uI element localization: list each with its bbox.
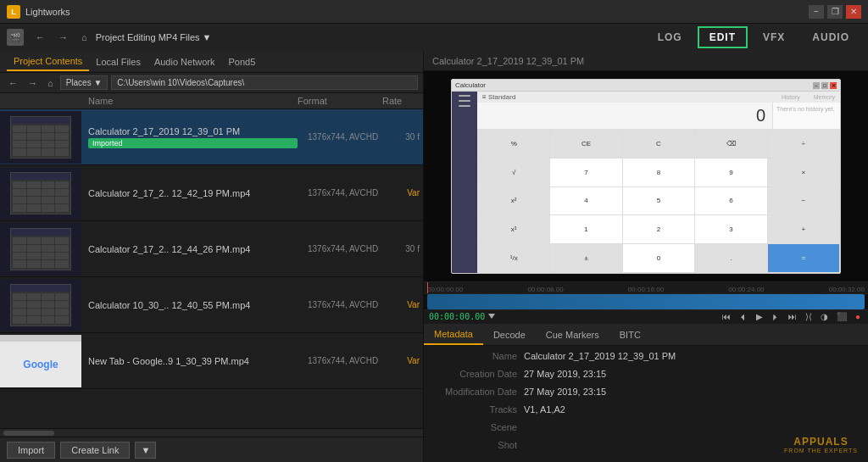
preview-title: Calculator 2_17_2019 12_39_01 PM: [424, 51, 868, 71]
watermark-line2: FROM THE EXPERTS: [784, 448, 858, 454]
tab-cue-markers[interactable]: Cue Markers: [536, 324, 609, 345]
path-bar[interactable]: C:\Users\win 10\Videos\Captures\: [111, 75, 418, 90]
places-dropdown[interactable]: Places ▼: [60, 75, 108, 90]
calc-key-sq[interactable]: x²: [478, 187, 549, 215]
calc-key-8[interactable]: 8: [623, 159, 694, 186]
calc-memory-label: Memory: [814, 94, 835, 100]
calc-key-7[interactable]: 7: [550, 159, 621, 186]
browser-back-button[interactable]: ←: [5, 76, 21, 90]
calc-key-negate[interactable]: ±: [550, 244, 621, 272]
calc-key-1[interactable]: 1: [550, 215, 621, 243]
list-item[interactable]: Calculator 2_17_2.. 12_44_26 PM.mp4 1376…: [0, 221, 423, 277]
tl-stop[interactable]: ⬛: [834, 311, 849, 322]
tab-local-files[interactable]: Local Files: [89, 53, 147, 70]
tl-skip-start[interactable]: ⏮: [720, 311, 733, 322]
calc-key-reciprocal[interactable]: ¹/x: [478, 244, 549, 272]
back-button[interactable]: ←: [31, 29, 50, 46]
home-button[interactable]: ⌂: [76, 29, 92, 46]
tl-skip-end[interactable]: ⏭: [786, 311, 799, 322]
horizontal-scrollbar[interactable]: [0, 428, 423, 437]
file-name: Calculator 2_17_2.. 12_44_26 PM.mp4: [88, 244, 298, 254]
tab-audio[interactable]: AUDIO: [800, 26, 861, 48]
calc-key-ce[interactable]: CE: [550, 130, 621, 158]
scrollbar-thumb[interactable]: [3, 431, 54, 436]
nav-bar: 🎬 ← → ⌂ Project Editing MP4 Files ▼ LOG …: [0, 24, 868, 51]
calc-key-percent[interactable]: %: [478, 130, 549, 158]
meta-label-creation: Creation Date: [431, 369, 524, 379]
calc-titlebar: Calculator − □ ✕: [452, 80, 840, 92]
tab-metadata[interactable]: Metadata: [424, 324, 483, 345]
create-link-dropdown[interactable]: ▼: [135, 442, 156, 459]
calc-close[interactable]: ✕: [830, 82, 837, 89]
calc-key-plus[interactable]: +: [768, 215, 839, 243]
calc-minimize[interactable]: −: [813, 82, 820, 89]
tab-decode[interactable]: Decode: [483, 324, 536, 345]
calc-display-value: 0: [484, 106, 765, 125]
file-format: 1376x744, AVCHD: [304, 132, 389, 142]
calc-win-buttons: − □ ✕: [813, 82, 837, 89]
tl-half-circle[interactable]: ◑: [818, 311, 831, 322]
tab-edit[interactable]: EDIT: [698, 26, 748, 48]
minimize-button[interactable]: −: [809, 5, 824, 19]
file-rate: Var: [389, 300, 423, 309]
tab-pond5[interactable]: Pond5: [221, 53, 262, 70]
list-item[interactable]: Calculator 2_17_2.. 12_42_19 PM.mp4 1376…: [0, 165, 423, 221]
tab-audio-network[interactable]: Audio Network: [147, 53, 222, 70]
tl-play[interactable]: ▶: [754, 311, 765, 322]
calc-key-minus[interactable]: −: [768, 187, 839, 215]
current-timecode: 00:00:00.00: [429, 312, 485, 321]
browser-home-button[interactable]: ⌂: [44, 76, 57, 90]
tl-play-forward[interactable]: ⏵: [769, 311, 782, 322]
calc-key-c[interactable]: C: [623, 130, 694, 158]
calc-key-5[interactable]: 5: [623, 187, 694, 215]
calc-key-9[interactable]: 9: [695, 159, 766, 186]
calc-key-dot[interactable]: .: [695, 244, 766, 272]
timecode-dropdown[interactable]: [488, 314, 495, 320]
calc-maximize[interactable]: □: [821, 82, 828, 89]
calc-key-3[interactable]: 3: [695, 215, 766, 243]
browser-forward-button[interactable]: →: [25, 76, 41, 90]
file-name: Calculator 2_17_2019 12_39_01 PM: [88, 126, 298, 136]
list-item[interactable]: Calculator 2_17_2019 12_39_01 PM Importe…: [0, 109, 423, 165]
tl-play-back[interactable]: ⏴: [737, 311, 750, 322]
close-button[interactable]: ✕: [846, 5, 861, 19]
timemark-2: 00:00:08.00: [527, 286, 563, 293]
calc-key-4[interactable]: 4: [550, 187, 621, 215]
forward-button[interactable]: →: [53, 29, 73, 46]
timeline-clip[interactable]: [427, 294, 865, 309]
tl-record[interactable]: ●: [853, 311, 863, 322]
tl-loop[interactable]: ⟩⟨: [803, 311, 815, 322]
main-layout: Project Contents Local Files Audio Netwo…: [0, 51, 868, 462]
file-rate: Var: [389, 356, 423, 365]
maximize-button[interactable]: ❐: [827, 5, 843, 19]
project-icon: 🎬: [7, 29, 24, 46]
tab-vfx[interactable]: VFX: [751, 26, 797, 48]
calc-mode: ≡ Standard: [482, 93, 515, 101]
calc-title: Calculator: [455, 81, 813, 89]
timemark-4: 00:00:24.00: [728, 286, 764, 293]
col-header-name: Name: [88, 96, 298, 106]
list-item[interactable]: Calculator 10_30_.. 12_40_55 PM.mp4 1376…: [0, 277, 423, 333]
calc-key-sqrt[interactable]: √: [478, 159, 549, 186]
import-button[interactable]: Import: [7, 442, 55, 459]
tab-bitc[interactable]: BITC: [609, 324, 651, 345]
calc-key-2[interactable]: 2: [623, 215, 694, 243]
calc-key-equals[interactable]: =: [768, 244, 839, 272]
calc-key-6[interactable]: 6: [695, 187, 766, 215]
file-info: Calculator 2_17_2019 12_39_01 PM Importe…: [81, 123, 304, 152]
preview-image: Calculator − □ ✕: [424, 71, 868, 281]
calc-key-multiply[interactable]: ×: [768, 159, 839, 186]
file-format: 1376x744, AVCHD: [304, 300, 389, 309]
timemark-1: 00:00:00.00: [427, 286, 463, 293]
file-thumbnail: [0, 279, 81, 331]
menu-icon-3: [459, 105, 470, 107]
calc-key-0[interactable]: 0: [623, 244, 694, 272]
tab-project-contents[interactable]: Project Contents: [7, 53, 89, 71]
meta-value-tracks: V1, A1,A2: [524, 404, 861, 415]
create-link-button[interactable]: Create Link: [60, 442, 130, 459]
calc-key-divide[interactable]: ÷: [768, 130, 839, 158]
tab-log[interactable]: LOG: [646, 26, 694, 48]
calc-key-backspace[interactable]: ⌫: [695, 130, 766, 158]
list-item[interactable]: Google New Tab - Google..9 1_30_39 PM.mp…: [0, 333, 423, 389]
calc-key-cube[interactable]: x³: [478, 215, 549, 243]
